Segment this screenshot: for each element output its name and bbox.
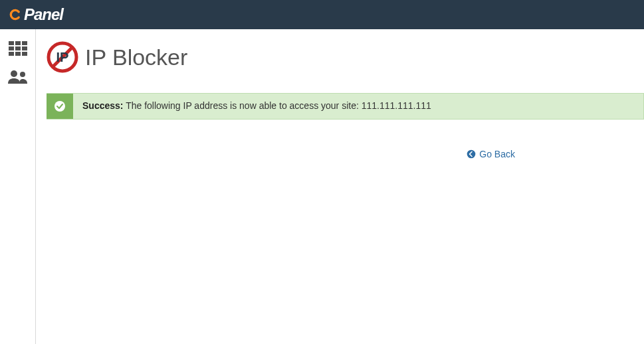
- page-title-row: IP IP Blocker: [47, 41, 644, 73]
- ip-blocker-icon: IP: [47, 41, 78, 73]
- svg-rect-3: [9, 46, 14, 50]
- sidebar: [0, 29, 36, 344]
- svg-rect-4: [15, 46, 21, 50]
- svg-rect-5: [22, 46, 27, 50]
- main-layout: IP IP Blocker Success: The following IP …: [0, 29, 644, 344]
- svg-rect-7: [15, 52, 21, 56]
- content-area: IP IP Blocker Success: The following IP …: [36, 29, 644, 344]
- svg-rect-8: [22, 52, 27, 56]
- alert-message: The following IP address is now able to …: [126, 100, 431, 111]
- success-alert: Success: The following IP address is now…: [47, 93, 644, 120]
- svg-point-9: [11, 70, 17, 77]
- apps-grid-icon[interactable]: [9, 41, 27, 56]
- cpanel-logo-icon: [9, 8, 23, 21]
- go-back-label: Go Back: [479, 149, 515, 159]
- svg-point-15: [467, 150, 476, 159]
- users-icon[interactable]: [7, 69, 29, 85]
- svg-rect-1: [15, 41, 21, 45]
- cpanel-logo[interactable]: Panel: [9, 5, 63, 24]
- go-back-link[interactable]: Go Back: [467, 149, 515, 159]
- go-back-row: Go Back: [47, 120, 644, 159]
- svg-rect-2: [22, 41, 27, 45]
- svg-rect-0: [9, 41, 14, 45]
- page-title: IP Blocker: [85, 44, 187, 70]
- svg-point-14: [54, 101, 65, 112]
- alert-label: Success:: [82, 100, 123, 111]
- svg-rect-6: [9, 52, 14, 56]
- alert-text: Success: The following IP address is now…: [73, 94, 441, 119]
- success-check-icon: [47, 94, 73, 119]
- svg-text:IP: IP: [56, 50, 69, 64]
- app-header: Panel: [0, 0, 644, 29]
- cpanel-logo-text: Panel: [24, 5, 63, 24]
- svg-point-10: [20, 72, 25, 77]
- arrow-left-circle-icon: [467, 149, 476, 159]
